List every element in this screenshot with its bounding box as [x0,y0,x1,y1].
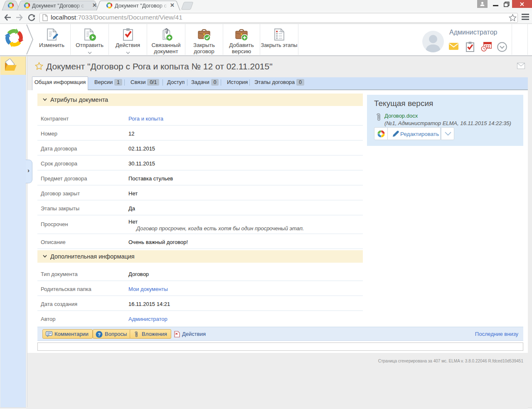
svg-text:?: ? [98,332,101,337]
